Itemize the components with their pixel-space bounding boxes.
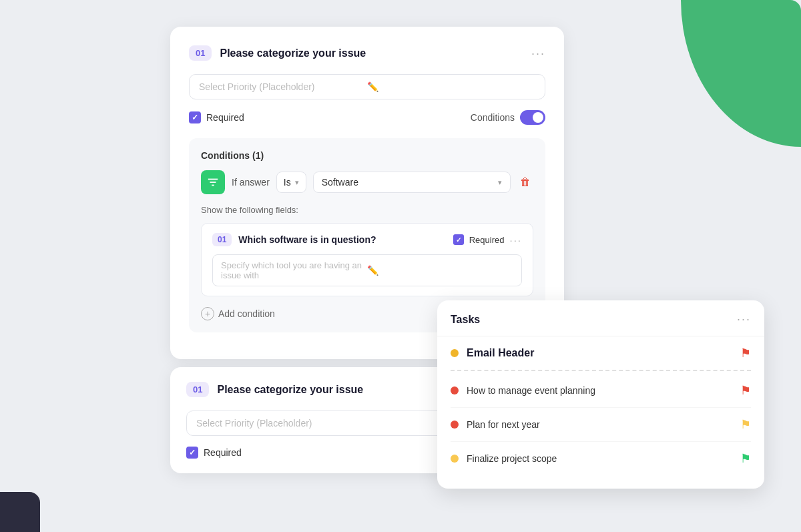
plus-icon: + — [201, 307, 214, 320]
inner-placeholder: Specify which tool you are having an iss… — [221, 260, 367, 280]
task-dot-icon — [451, 386, 459, 394]
task-item-left: Finalize project scope — [451, 453, 557, 464]
card-header-left: 01 Please categorize your issue — [189, 45, 366, 61]
conditions-section-title: Conditions (1) — [201, 150, 533, 161]
tasks-title: Tasks — [451, 314, 480, 326]
tasks-header: Tasks ··· — [437, 300, 764, 336]
inner-question-card: 01 Which software is in question? Requir… — [201, 223, 533, 296]
task-dot-icon — [451, 421, 459, 429]
email-header-flag-icon: ⚑ — [740, 346, 751, 360]
inner-priority-input-row[interactable]: Specify which tool you are having an iss… — [212, 254, 522, 286]
task-item-left: How to manage event planning — [451, 385, 595, 396]
edit-icon[interactable]: ✏️ — [367, 81, 535, 92]
conditions-right: Conditions — [471, 110, 545, 125]
card-title: Please categorize your issue — [220, 47, 366, 59]
conditions-text: Conditions — [471, 112, 515, 123]
inner-more-options-button[interactable]: ··· — [509, 235, 522, 245]
add-condition-button[interactable]: + Add condition — [201, 307, 275, 320]
task-item: How to manage event planning ⚑ — [451, 374, 751, 408]
email-header-item: Email Header ⚑ — [451, 336, 751, 371]
email-header-left: Email Header — [451, 347, 534, 359]
task-item: Plan for next year ⚑ — [451, 408, 751, 442]
second-step-badge: 01 — [186, 382, 209, 397]
email-header-dot-icon — [451, 349, 459, 357]
task-flag-icon: ⚑ — [740, 451, 751, 466]
filter-icon — [207, 176, 219, 188]
tasks-panel: Tasks ··· Email Header ⚑ How to manage e… — [437, 300, 764, 489]
second-card-title: Please categorize your issue — [217, 384, 363, 396]
required-label: Required — [206, 112, 244, 123]
task-item-label: How to manage event planning — [467, 385, 595, 396]
value-select[interactable]: Software ▾ — [313, 172, 511, 193]
task-flag-icon: ⚑ — [740, 417, 751, 432]
task-item-left: Plan for next year — [451, 419, 540, 430]
inner-step-badge: 01 — [212, 233, 232, 246]
email-header-label: Email Header — [467, 347, 534, 359]
card-header: 01 Please categorize your issue ··· — [189, 45, 545, 61]
task-item: Finalize project scope ⚑ — [451, 442, 751, 475]
operator-chevron-icon: ▾ — [295, 178, 299, 187]
value-chevron-icon: ▾ — [498, 178, 502, 187]
conditions-toggle[interactable] — [520, 110, 545, 125]
priority-placeholder: Select Priority (Placeholder) — [199, 81, 367, 92]
if-answer-label: If answer — [232, 177, 270, 188]
inner-required-label: Required — [469, 235, 505, 245]
task-dot-icon — [451, 455, 459, 463]
operator-select[interactable]: Is ▾ — [276, 172, 306, 193]
show-fields-label: Show the following fields: — [201, 205, 533, 215]
task-item-label: Finalize project scope — [467, 453, 557, 464]
dark-corner-decoration — [0, 492, 40, 532]
step-badge: 01 — [189, 45, 212, 61]
inner-question-header: 01 Which software is in question? Requir… — [212, 233, 522, 246]
inner-required-checkbox[interactable] — [453, 234, 464, 245]
condition-row: If answer Is ▾ Software ▾ 🗑 — [201, 170, 533, 194]
second-required-checkbox[interactable] — [186, 447, 198, 459]
second-required-label: Required — [204, 447, 242, 458]
card-more-options-button[interactable]: ··· — [531, 47, 545, 59]
inner-question-left: 01 Which software is in question? — [212, 233, 376, 246]
required-row: Required Conditions — [189, 110, 545, 125]
task-flag-icon: ⚑ — [740, 383, 751, 398]
inner-edit-icon[interactable]: ✏️ — [367, 265, 513, 276]
required-checkbox[interactable] — [189, 111, 201, 123]
second-card-header-left: 01 Please categorize your issue — [186, 382, 363, 397]
second-priority-placeholder: Select Priority (Placeholder) — [196, 418, 471, 429]
task-item-label: Plan for next year — [467, 419, 540, 430]
filter-icon-btn[interactable] — [201, 170, 225, 194]
tasks-more-options-button[interactable]: ··· — [737, 312, 751, 326]
priority-input-row[interactable]: Select Priority (Placeholder) ✏️ — [189, 74, 545, 99]
tasks-list: Email Header ⚑ How to manage event plann… — [437, 336, 764, 489]
inner-question-right: Required ··· — [453, 234, 522, 245]
required-left: Required — [189, 111, 244, 123]
delete-condition-button[interactable]: 🗑 — [517, 174, 533, 191]
inner-question-title: Which software is in question? — [238, 234, 376, 245]
